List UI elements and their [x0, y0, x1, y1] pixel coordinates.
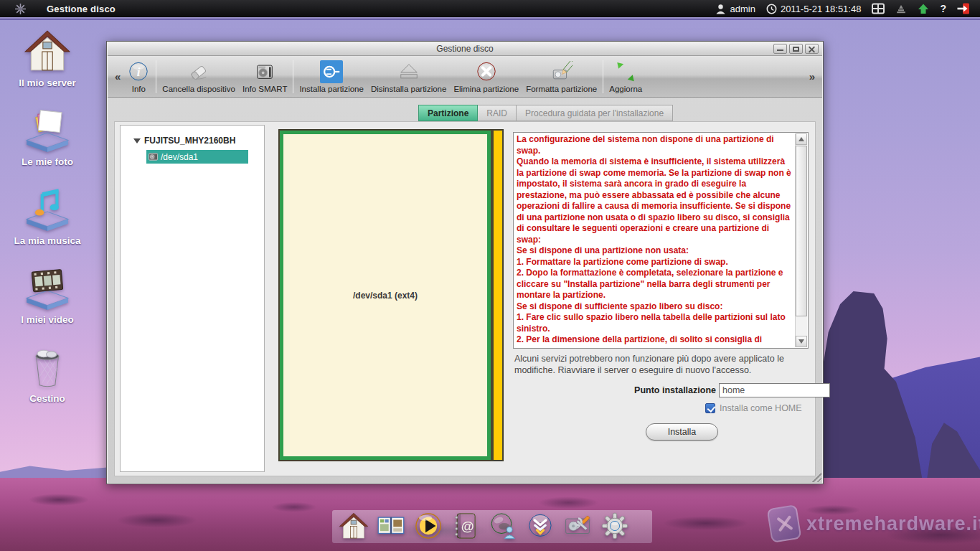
music-icon: [22, 185, 72, 232]
scrollbar-vertical[interactable]: [795, 133, 807, 347]
install-button[interactable]: Installa: [646, 423, 718, 441]
hard-disk-icon: [254, 61, 275, 83]
maximize-button[interactable]: [789, 44, 803, 54]
desktop-icon-label: I miei video: [7, 314, 88, 325]
stack-icon[interactable]: [895, 3, 907, 14]
scroll-up-button[interactable]: [796, 133, 807, 145]
toolbar-delete-partition-button[interactable]: Elimina partizione: [450, 58, 522, 95]
desktop-icon-my-videos[interactable]: I miei video: [7, 264, 88, 325]
desktop-icon-label: Cestino: [7, 393, 88, 404]
help-button[interactable]: ?: [940, 3, 946, 14]
delete-cross-icon: [476, 61, 497, 83]
clock-icon: [766, 4, 777, 14]
swap-info-box: La configurazione del sistema non dispon…: [513, 132, 809, 349]
dock-media-player-button[interactable]: [413, 511, 443, 541]
datetime-text: 2011-5-21 18:51:48: [781, 4, 862, 14]
download-sphere-icon: [525, 511, 555, 541]
minimize-icon: [777, 50, 783, 51]
arrow-up-icon: [798, 137, 804, 141]
globe-person-icon: [488, 511, 518, 541]
hdd-small-icon: [148, 151, 159, 162]
window-toolbar: « Info Cancella dispositivo Info SMART I…: [108, 56, 822, 98]
media-player-icon: [413, 511, 443, 541]
tree-device-node[interactable]: FUJITSU_MHY2160BH: [121, 136, 264, 146]
user-icon: [715, 4, 726, 14]
desktop-screen: Gestione disco admin 2011-5-21 18:51:48 …: [0, 0, 980, 551]
desktop-icon-my-server[interactable]: Il mio server: [7, 27, 88, 88]
minimize-button[interactable]: [773, 44, 787, 54]
mount-point-row: Punto installazione: [513, 383, 809, 397]
plug-icon: [321, 61, 342, 83]
toolbar-mount-partition-button[interactable]: Installa partizione: [296, 58, 367, 95]
device-tree-panel: FUJITSU_MHY2160BH /dev/sda1: [120, 125, 265, 472]
install-as-home-label: Installa come HOME: [720, 403, 802, 413]
close-button[interactable]: [805, 44, 819, 54]
dock: [339, 511, 630, 541]
tree-expand-icon[interactable]: [133, 138, 141, 143]
dock-home-button[interactable]: [339, 511, 369, 541]
clock-display: 2011-5-21 18:51:48: [766, 4, 862, 14]
dock-contacts-button[interactable]: [451, 511, 481, 541]
system-top-bar: Gestione disco admin 2011-5-21 18:51:48 …: [0, 0, 980, 17]
tab-raid[interactable]: RAID: [478, 105, 517, 121]
toolbar-scroll-right[interactable]: »: [806, 70, 818, 83]
photos-icon: [22, 106, 72, 154]
photo-album-icon: [376, 511, 406, 541]
partition-map[interactable]: /dev/sda1 (ext4): [278, 129, 504, 461]
tab-install-wizard[interactable]: Procedura guidata per l'installazione: [517, 105, 673, 121]
toolbar-unmount-partition-button[interactable]: Disinstalla partizione: [367, 58, 450, 95]
desktop-icon-my-music[interactable]: La mia musica: [7, 185, 88, 246]
toolbar-info-button[interactable]: Info: [123, 58, 154, 95]
trash-icon: [22, 343, 72, 390]
dock-settings-button[interactable]: [600, 511, 630, 541]
desktop-icon-label: Le mie foto: [7, 156, 88, 167]
upgrade-arrow-icon[interactable]: [918, 3, 929, 14]
watermark: xtremehardware.it: [769, 507, 980, 541]
desktop-icon-trash[interactable]: Cestino: [7, 343, 88, 404]
app-logo-icon[interactable]: [14, 3, 27, 15]
house-icon: [22, 27, 72, 75]
disk-pencil-icon: [551, 61, 573, 83]
disk-management-window: Gestione disco « Info Cancella dispositi…: [106, 41, 824, 484]
details-column: La configurazione del sistema non dispon…: [513, 122, 809, 477]
window-titlebar[interactable]: Gestione disco: [108, 42, 822, 56]
tab-partizione[interactable]: Partizione: [418, 105, 478, 121]
top-bar-title: Gestione disco: [47, 4, 116, 14]
window-grid-icon[interactable]: [872, 3, 885, 14]
dock-web-sharing-button[interactable]: [488, 511, 518, 541]
eraser-icon: [188, 61, 209, 83]
tree-partition-node-selected[interactable]: /dev/sda1: [146, 150, 248, 164]
dock-disk-utility-button[interactable]: [562, 511, 593, 541]
toolbar-scroll-left[interactable]: «: [112, 70, 123, 83]
install-as-home-option[interactable]: Installa come HOME: [705, 403, 802, 413]
scrollbar-thumb[interactable]: [796, 146, 807, 316]
desktop-icon-label: Il mio server: [7, 77, 88, 88]
desktop-icon-my-photos[interactable]: Le mie foto: [7, 106, 88, 167]
toolbar-format-partition-button[interactable]: Formatta partizione: [522, 58, 600, 95]
partition-block-sda1[interactable]: /dev/sda1 (ext4): [280, 131, 491, 460]
arrow-down-icon: [798, 339, 804, 344]
video-icon: [22, 264, 72, 311]
toolbar-smart-info-button[interactable]: Info SMART: [239, 58, 291, 95]
user-name: admin: [730, 4, 755, 14]
info-circle-icon: [128, 61, 149, 83]
scroll-down-button[interactable]: [796, 336, 807, 347]
tab-strip: Partizione RAID Procedura guidata per l'…: [418, 105, 673, 121]
checkbox-checked-icon[interactable]: [705, 403, 715, 413]
service-restart-notice: Alcuni servizi potrebbero non funzionare…: [514, 353, 801, 376]
toolbar-refresh-button[interactable]: Aggiorna: [606, 58, 646, 95]
toolbar-erase-device-button[interactable]: Cancella dispositivo: [159, 58, 239, 95]
eject-icon: [398, 61, 420, 83]
refresh-icon: [615, 61, 636, 83]
mount-point-input[interactable]: [719, 383, 830, 397]
logout-icon[interactable]: [957, 2, 970, 15]
dock-download-button[interactable]: [525, 511, 555, 541]
partition-free-space-strip[interactable]: [494, 131, 502, 460]
top-bar-accent-strip: [0, 17, 980, 20]
toolbar-separator: [156, 60, 156, 93]
dock-photo-album-button[interactable]: [376, 511, 406, 541]
home-icon: [339, 511, 369, 541]
desktop-icon-label: La mia musica: [7, 235, 88, 246]
toolbar-separator: [293, 60, 293, 93]
user-menu[interactable]: admin: [715, 4, 755, 14]
